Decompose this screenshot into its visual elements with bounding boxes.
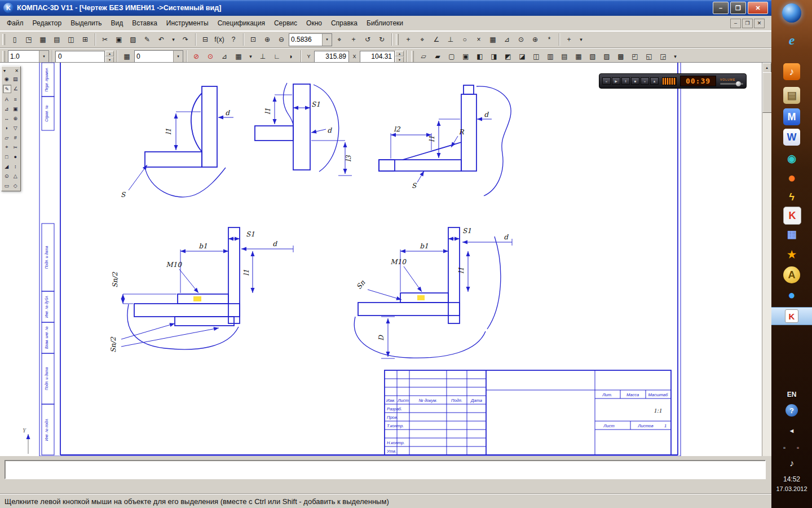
view5-bar-section[interactable] [448, 227, 460, 323]
panel-close-icon[interactable]: ✕ [15, 68, 19, 73]
view2-plate-section[interactable] [255, 126, 293, 141]
mdi-restore-button[interactable]: ❐ [742, 19, 753, 28]
point-style-icon[interactable]: ⊙ [204, 50, 217, 63]
mdi-minimize-button[interactable]: – [730, 19, 741, 28]
title-block[interactable]: Изм. Лист № докум. Подп. Дата Разраб. Пр… [385, 370, 671, 455]
view1-leader-s[interactable]: S [121, 165, 147, 199]
clock[interactable]: 14:52 [771, 475, 812, 483]
view4-dim-sn2-top[interactable]: Sn/2 [111, 271, 176, 304]
tool-hatch-icon[interactable]: ▣ [12, 105, 19, 112]
snap-circle-icon[interactable]: ○ [458, 33, 471, 46]
view1-dim-l1[interactable]: l1 [165, 112, 201, 150]
refresh-view-icon[interactable]: ↺ [361, 33, 374, 46]
edit-tool-1-icon[interactable]: ▱ [417, 50, 430, 63]
view5-dim-b1[interactable]: b1 [400, 242, 448, 292]
edit-tool-17-icon[interactable]: ◱ [642, 50, 656, 63]
tool-designation-icon[interactable]: ⊿ [3, 105, 10, 112]
menu-window[interactable]: Окно [302, 17, 326, 29]
compact-panel[interactable]: ▾ ✕ ◉▤ ✎∠ A≡ ⊿▣ ↔⊕ ◗▽ ▱# ⌖✂ □● ◢↕ ⊙△ ▭◇ [1, 66, 21, 191]
edit-tool-12-icon[interactable]: ▦ [572, 50, 585, 63]
grid-icon[interactable]: ▦ [232, 50, 245, 63]
menu-view[interactable]: Вид [107, 17, 128, 29]
coord-up-icon[interactable]: ▴ [395, 51, 404, 57]
snap-all-icon[interactable]: * [542, 33, 556, 46]
view5[interactable]: b1 S1 d M10 [354, 227, 512, 358]
layers-icon[interactable]: ▦ [120, 50, 134, 63]
scan-icon[interactable]: ⊞ [78, 33, 92, 46]
save-icon[interactable]: ▦ [36, 33, 50, 46]
add-toolbar-icon[interactable]: + [562, 33, 576, 46]
coord-spinner[interactable]: ▴ ▾ [395, 51, 404, 63]
view5-dim-l1[interactable]: l1 [457, 251, 468, 292]
step-spinner[interactable]: ▴ ▾ [105, 51, 114, 63]
line-width-dropdown-icon[interactable]: ▾ [39, 51, 48, 63]
toolbar-grip[interactable] [2, 34, 5, 45]
player-prev-icon[interactable]: « [602, 77, 611, 85]
zoom-frame-icon[interactable]: ⊡ [246, 33, 260, 46]
edit-tool-6-icon[interactable]: ◨ [487, 50, 501, 63]
menu-specification[interactable]: Спецификация [213, 17, 270, 29]
edit-tool-7-icon[interactable]: ◩ [501, 50, 515, 63]
tool-rect-icon[interactable]: □ [3, 153, 10, 160]
kompas-taskbar-button[interactable]: K [771, 307, 812, 325]
rotate-view-icon[interactable]: ↻ [375, 33, 389, 46]
menu-libraries[interactable]: Библиотеки [362, 17, 408, 29]
lightning-icon[interactable]: ϟ [783, 189, 800, 205]
tool-angle-icon[interactable]: ∠ [12, 85, 19, 92]
view3-dim-l1[interactable]: l1 [428, 119, 460, 158]
view4-lower-strip[interactable] [175, 317, 234, 326]
edit-tool-2-icon[interactable]: ▰ [431, 50, 444, 63]
language-indicator[interactable]: EN [771, 391, 812, 398]
menu-help[interactable]: Справка [326, 17, 362, 29]
view4-bar-section[interactable] [228, 227, 240, 323]
speaker-icon[interactable]: ♪ [783, 455, 800, 472]
menu-service[interactable]: Сервис [270, 17, 302, 29]
tool-measure-icon[interactable]: ◗ [3, 124, 10, 132]
date[interactable]: 17.03.2012 [771, 485, 812, 492]
player-play-icon[interactable]: ▶ [612, 77, 620, 85]
media-player-icon[interactable]: ♪ [783, 63, 800, 80]
variables-icon[interactable]: f(x) [213, 33, 226, 46]
edit-tool-14-icon[interactable]: ▨ [600, 50, 614, 63]
agent-icon[interactable]: A [783, 266, 800, 283]
edit-tool-5-icon[interactable]: ◧ [473, 50, 487, 63]
view5-dim-D[interactable]: D [377, 317, 395, 358]
view5-main-plate[interactable] [358, 303, 460, 316]
view1-break-line[interactable] [145, 167, 226, 197]
mdi-close-button[interactable]: ✕ [754, 19, 765, 28]
view2-dim-l3[interactable]: l3 [311, 141, 352, 176]
zoom-dropdown-icon[interactable]: ▾ [322, 34, 332, 46]
view2-dim-l1[interactable]: l1 [264, 95, 292, 124]
tool-dimension-icon[interactable]: A [3, 95, 10, 103]
view5-break-right[interactable] [487, 237, 501, 329]
view2-break-left[interactable] [283, 83, 293, 126]
edit-tool-10-icon[interactable]: ▥ [544, 50, 557, 63]
scroll-up-icon[interactable]: ▴ [762, 63, 771, 73]
snap-intersection-icon[interactable]: × [472, 33, 486, 46]
copy-icon[interactable]: ▣ [112, 33, 126, 46]
drawing-canvas[interactable]: Перв. примен. Справ. № Подп. и дата Инв.… [0, 63, 771, 457]
step-down-icon[interactable]: ▾ [105, 56, 114, 63]
toolbar-grip[interactable] [411, 51, 414, 62]
tool-spec-icon[interactable]: ▱ [3, 134, 10, 141]
save-tool-icon[interactable]: ▦ [783, 226, 800, 243]
redo-icon[interactable]: ↷ [179, 33, 192, 46]
view2[interactable]: l1 S1 d l3 [255, 83, 352, 176]
print-icon[interactable]: ▤ [50, 33, 64, 46]
zoom-in-icon[interactable]: ⊕ [261, 33, 274, 46]
snap-point-icon[interactable]: + [401, 33, 415, 46]
coord-down-icon[interactable]: ▾ [395, 56, 404, 63]
view3-plate-section[interactable] [379, 160, 395, 171]
layer-input[interactable] [135, 52, 173, 60]
tool-chamfer-icon[interactable]: ◢ [3, 163, 10, 170]
player-next-icon[interactable]: » [641, 77, 649, 85]
view3-plate-outline[interactable] [379, 160, 461, 171]
player-volume-knob[interactable] [736, 81, 741, 86]
edit-tool-4-icon[interactable]: ▣ [459, 50, 473, 63]
view1-fillet[interactable] [191, 93, 202, 152]
view1[interactable]: l1 d S [121, 86, 233, 199]
view3[interactable]: l2 l1 R d [379, 85, 511, 196]
ball-icon[interactable]: ● [783, 287, 800, 304]
toolbar-grip[interactable] [396, 34, 399, 45]
zoom-out-icon[interactable]: ⊖ [275, 33, 288, 46]
